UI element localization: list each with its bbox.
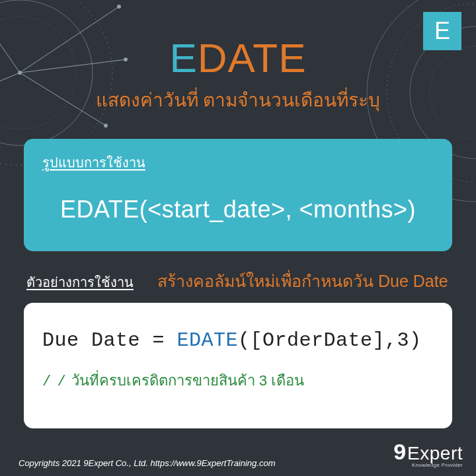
page-subtitle: แสดงค่าวันที่ ตามจำนวนเดือนที่ระบุ — [0, 85, 476, 114]
code-args: ([OrderDate],3) — [238, 329, 422, 352]
title-accent: E — [169, 35, 197, 81]
example-description: สร้างคอลัมน์ใหม่เพื่อกำหนดวัน Due Date — [157, 268, 448, 294]
page-title: EDATE — [0, 0, 476, 81]
code-comment-prefix: / / — [42, 374, 65, 390]
code-lhs: Due Date = — [42, 329, 177, 352]
brand-logo: 9 Expert Knowledge Provider — [393, 440, 463, 468]
code-comment-text: วันที่ครบเครดิตการขายสินค้า 3 เดือน — [67, 372, 305, 389]
brand-name: Expert — [407, 444, 463, 463]
domain-badge-letter: E — [434, 17, 450, 45]
usage-panel: รูปแบบการใช้งาน EDATE(<start_date>, <mon… — [24, 139, 452, 251]
footer: Copyrights 2021 9Expert Co., Ltd. https:… — [0, 440, 476, 468]
brand-tagline: Knowledge Provider — [407, 463, 463, 468]
example-row: ตัวอย่างการใช้งาน สร้างคอลัมน์ใหม่เพื่อก… — [26, 268, 450, 294]
example-label: ตัวอย่างการใช้งาน — [26, 272, 134, 293]
slide-canvas: E EDATE แสดงค่าวันที่ ตามจำนวนเดือนที่ระ… — [0, 0, 476, 476]
code-expression: Due Date = EDATE([OrderDate],3) — [42, 329, 434, 352]
domain-badge: E — [423, 12, 461, 50]
copyright-text: Copyrights 2021 9Expert Co., Ltd. https:… — [19, 458, 276, 468]
brand-stack: Expert Knowledge Provider — [407, 444, 463, 468]
code-comment: / / วันที่ครบเครดิตการขายสินค้า 3 เดือน — [42, 369, 434, 392]
svg-point-10 — [104, 124, 108, 128]
code-function-name: EDATE — [177, 329, 239, 352]
usage-syntax: EDATE(<start_date>, <months>) — [42, 196, 434, 223]
code-panel: Due Date = EDATE([OrderDate],3) / / วันท… — [24, 303, 452, 428]
title-main: DATE — [198, 35, 307, 81]
usage-label: รูปแบบการใช้งาน — [42, 152, 434, 173]
brand-nine: 9 — [393, 440, 406, 463]
